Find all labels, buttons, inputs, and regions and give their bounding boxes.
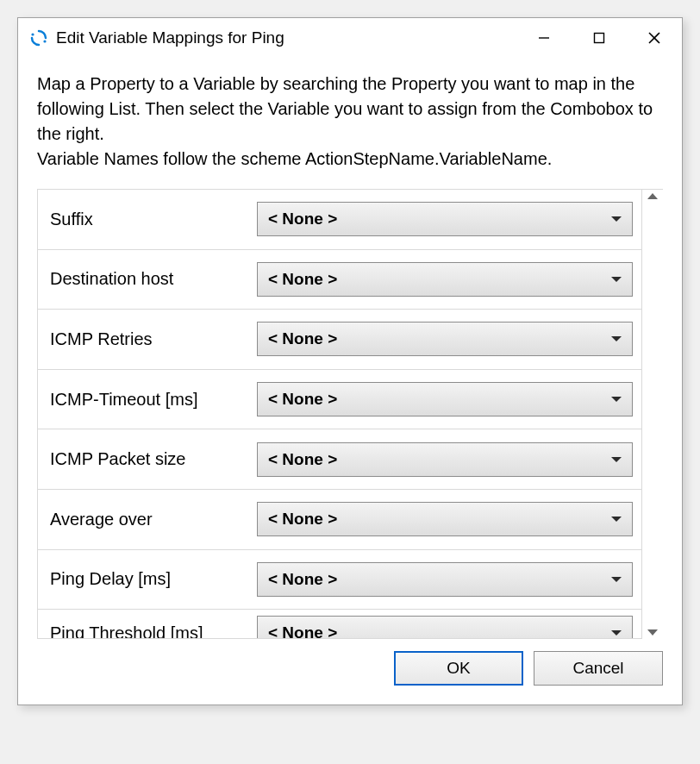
property-row-suffix: Suffix < None >	[37, 190, 642, 250]
chevron-down-icon	[611, 630, 622, 636]
dialog-footer: OK Cancel	[18, 639, 682, 705]
scroll-up-icon[interactable]	[647, 193, 658, 199]
maximize-icon	[593, 32, 605, 44]
chevron-down-icon	[611, 277, 622, 282]
property-label: ICMP-Timeout [ms]	[50, 390, 257, 410]
minimize-button[interactable]	[516, 18, 572, 58]
property-label: Ping Threshold [ms]	[50, 623, 257, 639]
instructions-text: Map a Property to a Variable by searchin…	[37, 72, 663, 172]
svg-point-1	[43, 40, 46, 42]
variable-combobox-icmp-timeout[interactable]: < None >	[257, 382, 633, 416]
chevron-down-icon	[611, 457, 622, 462]
property-row-destination-host: Destination host < None >	[37, 250, 642, 310]
property-row-ping-threshold: Ping Threshold [ms] < None >	[37, 610, 642, 639]
chevron-down-icon	[611, 517, 622, 522]
chevron-down-icon	[611, 397, 622, 402]
combobox-value: < None >	[268, 570, 611, 589]
vertical-scrollbar[interactable]	[642, 190, 663, 639]
close-button[interactable]	[627, 18, 682, 58]
instructions-line1: Map a Property to a Variable by searchin…	[37, 74, 653, 143]
property-row-ping-delay: Ping Delay [ms] < None >	[37, 550, 642, 611]
combobox-value: < None >	[268, 623, 611, 639]
close-icon	[647, 31, 661, 45]
property-label: ICMP Packet size	[50, 449, 257, 469]
app-icon	[30, 29, 47, 47]
combobox-value: < None >	[268, 510, 611, 529]
property-label: Suffix	[50, 210, 257, 229]
dialog-window: Edit Variable Mappings for Ping	[17, 17, 683, 705]
variable-combobox-ping-threshold[interactable]: < None >	[257, 616, 633, 639]
titlebar: Edit Variable Mappings for Ping	[18, 18, 682, 58]
combobox-value: < None >	[268, 210, 611, 229]
combobox-value: < None >	[268, 329, 611, 348]
property-row-icmp-packet-size: ICMP Packet size < None >	[37, 429, 642, 490]
property-table: Suffix < None > Destination host < None …	[37, 189, 663, 639]
variable-combobox-suffix[interactable]: < None >	[257, 202, 633, 236]
combobox-value: < None >	[268, 390, 611, 409]
property-row-average-over: Average over < None >	[37, 490, 642, 550]
chevron-down-icon	[611, 577, 622, 582]
variable-combobox-icmp-packet-size[interactable]: < None >	[257, 442, 633, 477]
combobox-value: < None >	[268, 450, 611, 469]
window-title: Edit Variable Mappings for Ping	[56, 28, 516, 47]
variable-combobox-average-over[interactable]: < None >	[257, 502, 633, 536]
property-label: Destination host	[50, 269, 257, 289]
svg-rect-3	[595, 34, 604, 43]
minimize-icon	[538, 32, 550, 44]
property-label: Ping Delay [ms]	[50, 569, 257, 589]
chevron-down-icon	[611, 336, 622, 341]
variable-combobox-icmp-retries[interactable]: < None >	[257, 322, 633, 356]
variable-combobox-ping-delay[interactable]: < None >	[257, 562, 633, 597]
svg-point-0	[31, 33, 34, 35]
property-row-icmp-timeout: ICMP-Timeout [ms] < None >	[37, 370, 642, 430]
cancel-button[interactable]: Cancel	[534, 651, 663, 686]
ok-button[interactable]: OK	[394, 651, 523, 686]
variable-combobox-destination-host[interactable]: < None >	[257, 262, 633, 297]
property-row-icmp-retries: ICMP Retries < None >	[37, 310, 642, 370]
property-rows: Suffix < None > Destination host < None …	[37, 190, 642, 639]
window-controls	[516, 18, 682, 58]
maximize-button[interactable]	[572, 18, 627, 58]
property-label: Average over	[50, 510, 257, 529]
chevron-down-icon	[611, 216, 622, 222]
property-label: ICMP Retries	[50, 329, 257, 349]
combobox-value: < None >	[268, 270, 611, 289]
instructions-line2: Variable Names follow the scheme ActionS…	[37, 149, 552, 168]
content-area: Map a Property to a Variable by searchin…	[18, 58, 682, 639]
scroll-down-icon[interactable]	[647, 629, 658, 636]
